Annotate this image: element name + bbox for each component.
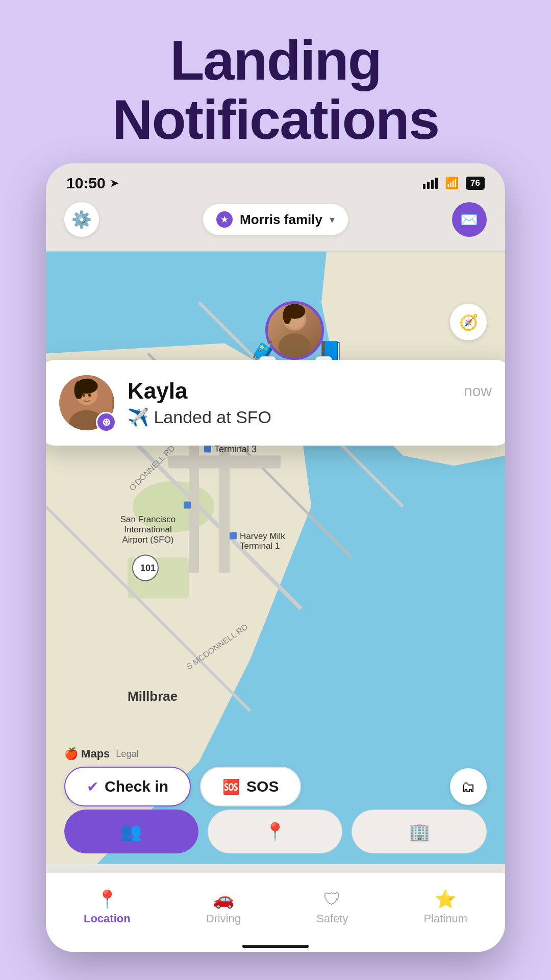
checkin-label: Check in: [105, 778, 168, 795]
svg-point-36: [82, 394, 85, 397]
notification-card: ⊛ Kayla now ✈️ Landed at SFO: [46, 360, 505, 446]
app-nav-bar: ⚙️ ★ Morris family ▾ ✉️: [46, 198, 505, 244]
svg-text:Harvey Milk: Harvey Milk: [240, 531, 285, 541]
people-icon: 👥: [120, 821, 142, 842]
notification-content: Kayla now ✈️ Landed at SFO: [128, 378, 492, 427]
nav-item-safety[interactable]: 🛡 Safety: [316, 889, 348, 925]
notification-name: Kayla: [128, 378, 187, 404]
pin-icon: 📍: [264, 821, 286, 842]
phone-mockup: 10:50 ➤ 📶 76 ⚙️ ★ Morris family: [46, 163, 505, 952]
platinum-label: Platinum: [423, 912, 467, 925]
family-star-icon: ★: [216, 211, 233, 228]
mail-icon: ✉️: [460, 211, 478, 228]
notification-time: now: [464, 382, 492, 400]
location-arrow-icon: ➤: [110, 177, 119, 190]
driving-label: Driving: [206, 912, 241, 925]
title-line1: Landing: [170, 29, 381, 91]
svg-rect-18: [184, 502, 191, 509]
map-area: O'DONNELL RD S MCDONNELL RD 101 Terminal…: [46, 242, 505, 873]
building-icon: 🏢: [409, 821, 430, 842]
page-title: Landing Notifications: [0, 0, 551, 149]
safety-label: Safety: [316, 912, 348, 925]
compass-icon: 🧭: [459, 313, 478, 331]
pin-tab[interactable]: 📍: [208, 810, 343, 853]
platinum-icon: ⭐: [435, 889, 456, 909]
svg-text:Millbrae: Millbrae: [128, 689, 178, 704]
svg-text:101: 101: [140, 563, 156, 573]
home-indicator: [242, 945, 309, 948]
svg-rect-10: [189, 430, 199, 573]
gear-icon: ⚙️: [71, 210, 92, 229]
life360-badge: ⊛: [96, 412, 116, 432]
layers-button[interactable]: 🗂: [450, 768, 487, 805]
status-time: 10:50: [66, 175, 106, 192]
sos-button[interactable]: 🆘 SOS: [200, 767, 301, 806]
settings-button[interactable]: ⚙️: [64, 202, 99, 237]
svg-text:International: International: [124, 525, 172, 534]
sos-label: SOS: [246, 778, 279, 795]
checkin-icon: ✔: [87, 778, 98, 795]
svg-text:Terminal 1: Terminal 1: [240, 541, 280, 551]
chevron-down-icon: ▾: [330, 213, 335, 226]
safety-icon: 🛡: [323, 889, 341, 909]
svg-point-35: [74, 381, 83, 399]
bottom-nav: 📍 Location 🚗 Driving 🛡 Safety ⭐ Platinum: [46, 873, 505, 952]
quick-action-tabs: 👥 📍 🏢: [64, 810, 487, 853]
location-label: Location: [84, 912, 131, 925]
compass-button[interactable]: 🧭: [450, 304, 487, 340]
family-name: Morris family: [240, 212, 322, 228]
svg-rect-22: [230, 532, 237, 540]
sos-icon: 🆘: [222, 778, 240, 795]
layers-icon: 🗂: [461, 778, 475, 795]
nav-item-platinum[interactable]: ⭐ Platinum: [423, 889, 467, 925]
notification-message: ✈️ Landed at SFO: [128, 407, 492, 427]
status-bar: 10:50 ➤ 📶 76: [46, 163, 505, 198]
building-tab[interactable]: 🏢: [352, 810, 487, 853]
checkin-button[interactable]: ✔ Check in: [64, 767, 191, 806]
location-icon: 📍: [96, 889, 118, 909]
nav-item-location[interactable]: 📍 Location: [84, 889, 131, 925]
wifi-icon: 📶: [445, 177, 459, 190]
battery-icon: 76: [466, 177, 485, 190]
people-tab[interactable]: 👥: [64, 810, 198, 853]
signal-icon: [423, 178, 438, 189]
svg-point-27: [279, 333, 311, 357]
driving-icon: 🚗: [213, 889, 234, 909]
messages-button[interactable]: ✉️: [452, 202, 487, 237]
person-map-marker[interactable]: 🧳 📘 tile tile: [265, 301, 324, 360]
svg-rect-16: [204, 446, 211, 453]
notification-avatar-container: ⊛: [59, 375, 114, 430]
svg-point-30: [283, 307, 292, 324]
svg-text:Airport (SFO): Airport (SFO): [122, 535, 173, 545]
family-selector[interactable]: ★ Morris family ▾: [203, 204, 348, 235]
action-buttons-row: ✔ Check in 🆘 SOS 🗂: [64, 767, 487, 806]
svg-text:San Francisco: San Francisco: [120, 514, 176, 524]
nav-item-driving[interactable]: 🚗 Driving: [206, 889, 241, 925]
svg-point-37: [88, 394, 91, 397]
title-line2: Notifications: [112, 88, 439, 151]
map-attribution: 🍎 Maps Legal: [64, 747, 138, 761]
